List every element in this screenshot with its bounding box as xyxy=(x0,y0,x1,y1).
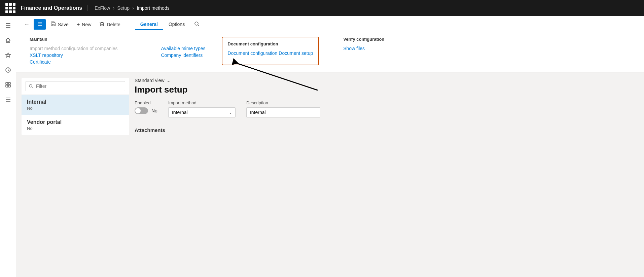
menu-item-company-identifiers[interactable]: Company identifiers xyxy=(161,52,205,59)
svg-rect-1 xyxy=(6,82,8,84)
toggle-knob xyxy=(135,108,141,113)
menu-group-available: _ Available mime types Company identifie… xyxy=(161,37,205,65)
list-item-vendor-portal-title: Vendor portal xyxy=(27,119,124,125)
save-label: Save xyxy=(58,22,69,27)
home-icon[interactable] xyxy=(1,34,15,47)
menu-item-xslt-repository[interactable]: XSLT repository xyxy=(30,52,117,59)
verify-config-title: Verify configuration xyxy=(343,37,384,42)
list-item-internal[interactable]: Internal No xyxy=(22,95,129,115)
toolbar-top: ← xyxy=(22,16,639,31)
list-view-button[interactable] xyxy=(34,19,46,30)
description-label: Description xyxy=(246,100,320,105)
sidebar: ☰ xyxy=(0,16,16,277)
svg-line-18 xyxy=(198,25,199,26)
list-view-icon xyxy=(37,21,42,28)
breadcrumb-sep-1: › xyxy=(113,5,114,11)
menu-vertical-separator xyxy=(139,37,139,65)
chevron-down-icon: ⌄ xyxy=(167,78,171,83)
tab-options[interactable]: Options xyxy=(163,19,190,30)
form-group-enabled: Enabled No xyxy=(135,100,157,114)
new-label: New xyxy=(82,22,91,27)
svg-rect-4 xyxy=(8,85,10,87)
list-item-vendor-portal-sub: No xyxy=(27,126,124,131)
tab-general[interactable]: General xyxy=(135,19,163,30)
list-icon[interactable] xyxy=(1,93,15,106)
svg-rect-13 xyxy=(100,23,104,26)
new-icon: + xyxy=(77,22,80,28)
recent-icon[interactable] xyxy=(1,63,15,77)
save-icon xyxy=(50,21,56,28)
svg-point-17 xyxy=(195,22,198,25)
menu-item-import-method-config[interactable]: Import method configuration of companies xyxy=(30,45,117,52)
svg-rect-2 xyxy=(8,82,10,84)
enabled-label: Enabled xyxy=(135,100,157,105)
menu-item-certificate[interactable]: Certificate xyxy=(30,59,117,65)
menu-item-show-files[interactable]: Show files xyxy=(343,45,384,52)
app-title: Finance and Operations xyxy=(21,5,88,11)
main-content: ← xyxy=(16,16,644,277)
delete-button[interactable]: Delete xyxy=(96,19,123,30)
page-title: Import setup xyxy=(135,84,639,95)
attachments-header: Attachments xyxy=(135,123,639,136)
toggle-row: No xyxy=(135,107,157,114)
form-group-description: Description xyxy=(246,100,320,117)
form-group-import-method: Import method Internal Vendor portal ⌄ xyxy=(168,100,236,117)
menu-group-maintain: Maintain Import method configuration of … xyxy=(30,37,117,65)
breadcrumb-exflow[interactable]: ExFlow xyxy=(95,5,110,11)
svg-rect-3 xyxy=(6,85,8,87)
breadcrumb-setup[interactable]: Setup xyxy=(117,5,130,11)
delete-icon xyxy=(99,21,105,28)
toolbar-separator xyxy=(128,21,128,28)
save-button[interactable]: Save xyxy=(47,19,72,30)
content-area: Internal No Vendor portal No Standard vi… xyxy=(16,72,644,141)
dashboard-icon[interactable] xyxy=(1,78,15,92)
document-config-group: Document configuration Document configur… xyxy=(222,37,319,65)
menu-group-verify: Verify configuration Show files xyxy=(343,37,384,65)
top-bar: Finance and Operations ExFlow › Setup › … xyxy=(0,0,644,16)
delete-label: Delete xyxy=(107,22,120,27)
toolbar-area: ← xyxy=(16,16,644,72)
breadcrumb-import-methods[interactable]: Import methods xyxy=(137,5,169,11)
toolbar-tabs: General Options xyxy=(132,19,190,30)
list-item-internal-title: Internal xyxy=(27,99,124,105)
import-method-select[interactable]: Internal Vendor portal xyxy=(168,107,236,117)
list-item-vendor-portal[interactable]: Vendor portal No xyxy=(22,115,129,135)
filter-input[interactable] xyxy=(26,81,125,91)
hamburger-icon[interactable]: ☰ xyxy=(1,19,15,32)
maintain-group-title: Maintain xyxy=(30,37,117,42)
menu-item-available-mime[interactable]: Available mime types xyxy=(161,45,205,52)
menu-item-document-config[interactable]: Document configuration xyxy=(228,50,278,57)
search-button[interactable] xyxy=(191,20,202,29)
menu-item-document-setup[interactable]: Document setup xyxy=(279,50,313,57)
dropdown-menu: Maintain Import method configuration of … xyxy=(22,31,639,72)
svg-rect-12 xyxy=(52,22,54,23)
new-button[interactable]: + New xyxy=(73,20,95,30)
doc-config-title: Document configuration xyxy=(228,41,313,46)
import-method-select-wrap: Internal Vendor portal ⌄ xyxy=(168,107,236,117)
standard-view-label: Standard view xyxy=(135,78,165,83)
form-row-main: Enabled No Import method Internal xyxy=(135,100,639,117)
import-method-label: Import method xyxy=(168,100,236,105)
description-input[interactable] xyxy=(246,107,320,117)
breadcrumb-sep-2: › xyxy=(132,5,134,11)
favorites-icon[interactable] xyxy=(1,48,15,62)
detail-panel: Standard view ⌄ Import setup Enabled No xyxy=(135,78,639,136)
enabled-value: No xyxy=(151,108,157,113)
list-item-internal-sub: No xyxy=(27,106,124,111)
standard-view-row[interactable]: Standard view ⌄ xyxy=(135,78,639,83)
apps-grid-icon[interactable] xyxy=(4,2,17,14)
list-panel: Internal No Vendor portal No xyxy=(22,78,129,135)
enabled-toggle[interactable] xyxy=(135,107,148,114)
breadcrumb: ExFlow › Setup › Import methods xyxy=(95,5,169,11)
filter-wrap xyxy=(22,78,129,95)
back-button[interactable]: ← xyxy=(22,20,32,30)
